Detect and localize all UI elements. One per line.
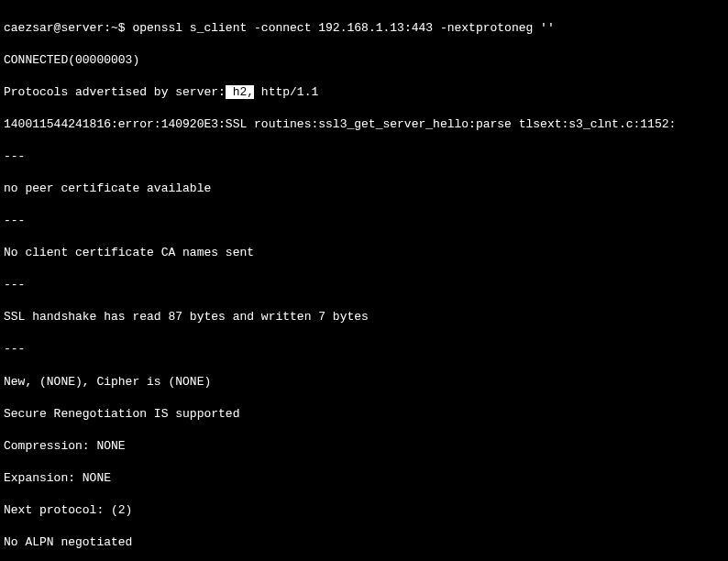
command-text: openssl s_client -connect 192.168.1.13:4… (132, 21, 554, 35)
terminal-output[interactable]: caezsar@server:~$ openssl s_client -conn… (4, 4, 724, 561)
prompt-user-host: caezsar@server (4, 21, 104, 35)
output-line-separator: --- (4, 341, 724, 358)
output-line-separator: --- (4, 213, 724, 229)
output-line: No ALPN negotiated (4, 534, 724, 551)
protocol-h2-highlight: h2, (226, 85, 254, 99)
command-line-1: caezsar@server:~$ openssl s_client -conn… (4, 20, 724, 37)
output-line: Expansion: NONE (4, 470, 724, 487)
protocol-http11: http/1.1 (254, 85, 318, 99)
output-line: SSL handshake has read 87 bytes and writ… (4, 309, 724, 325)
output-line-error: 140011544241816:error:140920E3:SSL routi… (4, 116, 724, 133)
output-line-separator: --- (4, 277, 724, 293)
output-line: CONNECTED(00000003) (4, 52, 724, 69)
protocols-label: Protocols advertised by server: (4, 85, 226, 99)
output-line: no peer certificate available (4, 181, 724, 197)
output-line: Secure Renegotiation IS supported (4, 406, 724, 423)
output-line: New, (NONE), Cipher is (NONE) (4, 374, 724, 390)
output-line: No client certificate CA names sent (4, 245, 724, 261)
output-line-separator: --- (4, 148, 724, 165)
output-line: Compression: NONE (4, 438, 724, 455)
output-line: Next protocol: (2) (4, 502, 724, 519)
output-line-protocols: Protocols advertised by server: h2, http… (4, 84, 724, 101)
prompt-path: :~$ (104, 21, 132, 35)
